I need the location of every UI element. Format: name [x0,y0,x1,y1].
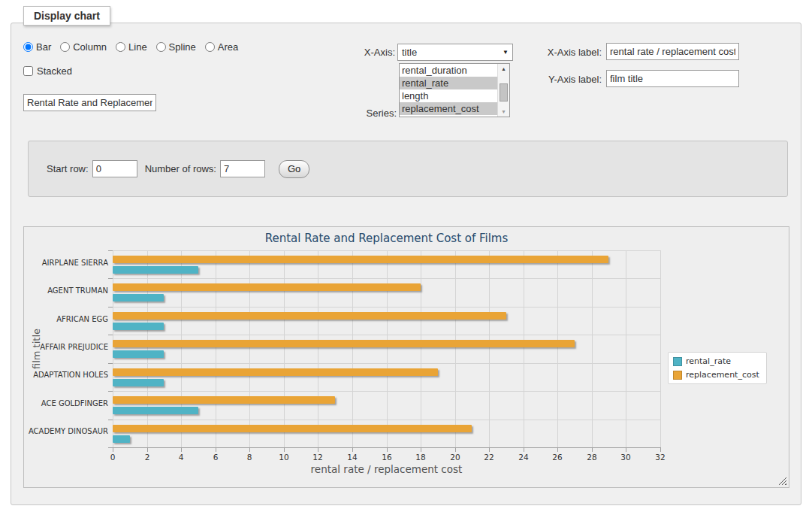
series-option-length[interactable]: length [400,89,497,102]
chart-type-radio-label: Area [218,41,238,53]
x-tick [489,448,490,452]
x-tick-label: 6 [202,453,229,462]
x-tick [660,448,661,452]
go-button[interactable]: Go [279,160,309,178]
stacked-checkbox[interactable] [23,66,33,76]
x-tick-label: 26 [544,453,571,462]
chart-type-radio-column[interactable] [60,42,70,52]
x-tick-label: 30 [612,453,639,462]
x-tick [284,448,285,452]
x-tick-label: 20 [442,453,469,462]
gridline [113,391,660,392]
gridline [626,250,626,447]
x-tick-label: 2 [134,453,161,462]
y-tick [108,447,113,448]
x-tick [557,448,558,452]
x-tick-label: 32 [647,453,674,462]
x-tick-label: 12 [304,453,331,462]
gridline [489,250,490,447]
x-axis-select[interactable]: title ▼ [397,44,513,61]
series-option-replacement_cost[interactable]: replacement_cost [400,102,497,115]
plot-area [113,250,660,447]
x-tick [318,448,318,452]
start-row-input[interactable] [92,160,137,177]
chart-type-radio-label: Spline [169,41,196,53]
num-rows-input[interactable] [220,160,265,177]
x-tick-label: 14 [339,453,366,462]
y-tick [108,250,113,251]
chart-type-radio-bar[interactable] [23,42,33,52]
display-chart-panel: Display chart BarColumnLineSplineArea St… [11,23,801,505]
bar-rental_rate[interactable] [113,294,164,301]
resize-grip-icon[interactable] [778,477,786,485]
x-tick [216,448,216,452]
num-rows-label: Number of rows: [145,163,216,174]
chart-type-radio-area[interactable] [205,42,215,52]
gridline [387,250,388,447]
chart-title-input[interactable] [23,94,156,111]
chart-type-area[interactable]: Area [205,41,238,53]
stacked-option[interactable]: Stacked [23,65,72,77]
series-option-rental_duration[interactable]: rental_duration [400,64,497,77]
bar-replacement_cost[interactable] [113,396,335,404]
gridline [660,250,661,447]
gridline [524,250,524,447]
bar-rental_rate[interactable] [113,407,198,414]
bar-rental_rate[interactable] [113,379,164,386]
x-axis-label-input[interactable] [606,43,739,60]
chevron-down-icon: ▼ [503,49,509,56]
x-tick [455,448,456,452]
bar-replacement_cost[interactable] [113,368,438,376]
legend-swatch [673,357,682,366]
start-row-label: Start row: [47,163,89,174]
bar-replacement_cost[interactable] [113,283,421,291]
gridline [113,307,660,308]
series-options: rental_durationrental_ratelengthreplacem… [400,64,497,117]
gridline [113,363,660,364]
bar-rental_rate[interactable] [113,435,130,443]
y-axis-label-input[interactable] [606,70,739,87]
gridline [113,250,660,251]
bar-replacement_cost[interactable] [113,312,506,320]
gridline [249,250,250,447]
chart-type-bar[interactable]: Bar [23,41,51,53]
x-tick-label: 24 [510,453,537,462]
legend-item-rental_rate[interactable]: rental_rate [673,356,759,366]
y-tick [108,335,113,335]
x-tick [592,448,593,452]
scrollbar-thumb[interactable] [500,83,508,101]
x-tick [113,448,113,452]
series-listbox[interactable]: rental_durationrental_ratelengthreplacem… [399,63,510,117]
legend-label: replacement_cost [686,370,759,380]
bar-replacement_cost[interactable] [113,256,608,263]
x-tick [421,448,421,452]
scroll-up-icon[interactable]: ▲ [501,64,506,74]
scroll-down-icon[interactable]: ▼ [501,107,506,117]
chart-type-radio-spline[interactable] [156,42,166,52]
bar-rental_rate[interactable] [113,350,164,358]
chart-type-column[interactable]: Column [60,41,107,53]
series-option-rental_rate[interactable]: rental_rate [400,77,497,89]
series-select-label: Series: [327,108,397,119]
bar-rental_rate[interactable] [113,266,198,274]
legend-item-replacement_cost[interactable]: replacement_cost [673,370,759,380]
bar-replacement_cost[interactable] [113,340,575,347]
gridline [216,250,216,447]
category-label: AGENT TRUMAN [24,286,108,296]
chart-title: Rental Rate and Replacement Cost of Film… [113,232,660,245]
gridline [181,250,182,447]
bar-rental_rate[interactable] [113,323,164,330]
chart-type-radio-line[interactable] [116,42,125,52]
gridline [592,250,593,447]
row-controls-panel: Start row: Number of rows: Go [28,141,788,197]
x-tick [524,448,524,452]
chart-type-line[interactable]: Line [116,41,147,53]
listbox-scrollbar[interactable]: ▲ ▼ [497,64,509,117]
category-label: ACADEMY DINOSAUR [24,426,108,437]
bar-replacement_cost[interactable] [113,425,472,432]
chart-type-spline[interactable]: Spline [156,41,196,53]
gridline [352,250,353,447]
y-tick [108,363,113,364]
chart-type-radios: BarColumnLineSplineArea [23,41,238,53]
x-tick-label: 18 [407,453,434,462]
